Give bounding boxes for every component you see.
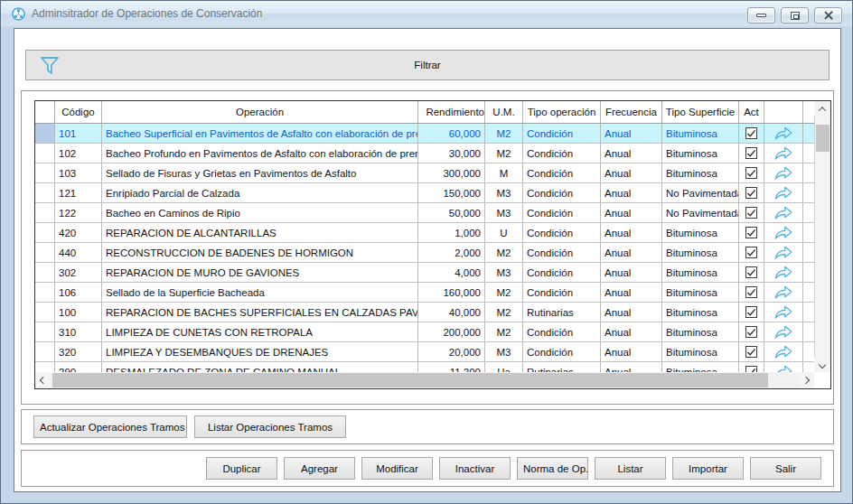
close-button[interactable] bbox=[814, 7, 842, 23]
forward-arrow-icon[interactable] bbox=[764, 163, 803, 182]
scroll-right-button[interactable] bbox=[798, 372, 814, 388]
act-checkbox[interactable] bbox=[739, 283, 764, 302]
row-selector[interactable] bbox=[35, 163, 55, 182]
modificar-button[interactable]: Modificar bbox=[361, 457, 433, 480]
row-selector[interactable] bbox=[35, 263, 55, 282]
row-selector[interactable] bbox=[35, 342, 55, 361]
checkbox-box bbox=[745, 187, 757, 199]
horizontal-scroll-thumb[interactable] bbox=[52, 373, 768, 387]
table-row[interactable]: 290DESMALEZADO DE ZONA DE CAMINO MANUAL1… bbox=[35, 362, 830, 372]
act-checkbox[interactable] bbox=[739, 163, 764, 182]
filler-cell bbox=[803, 163, 814, 182]
app-logo-icon bbox=[11, 6, 26, 22]
act-checkbox[interactable] bbox=[739, 124, 764, 143]
cell-tipo-superficie: Bituminosa bbox=[662, 342, 739, 361]
forward-arrow-icon[interactable] bbox=[764, 303, 803, 322]
filler-cell bbox=[803, 283, 814, 302]
header-tipo-superficie[interactable]: Tipo Superficie bbox=[662, 101, 739, 123]
forward-arrow-glyph bbox=[773, 285, 793, 299]
filler-cell bbox=[803, 124, 814, 143]
cell-frecuencia: Anual bbox=[601, 283, 662, 302]
act-checkbox[interactable] bbox=[739, 203, 764, 222]
table-row[interactable]: 106Sellado de la Superficie Bacheada160,… bbox=[35, 283, 830, 303]
act-checkbox[interactable] bbox=[739, 183, 764, 202]
cell-tipo-superficie: Bituminosa bbox=[662, 303, 739, 322]
inactivar-button[interactable]: Inactivar bbox=[439, 457, 511, 480]
duplicar-button[interactable]: Duplicar bbox=[206, 457, 277, 480]
cell-operacion: RECONSTRUCCION DE BADENES DE HORMIGON bbox=[102, 243, 418, 262]
scroll-up-button[interactable] bbox=[814, 101, 830, 117]
minimize-button[interactable] bbox=[747, 7, 775, 23]
act-checkbox[interactable] bbox=[739, 144, 764, 163]
header-tipo-operacion[interactable]: Tipo operación bbox=[523, 101, 601, 123]
cell-codigo: 103 bbox=[55, 163, 102, 182]
norma-de-op-button[interactable]: Norma de Op. bbox=[517, 457, 588, 480]
minimize-icon bbox=[756, 14, 766, 17]
row-selector[interactable] bbox=[35, 322, 55, 341]
row-selector[interactable] bbox=[35, 144, 55, 163]
cell-um: M2 bbox=[485, 243, 523, 262]
act-checkbox[interactable] bbox=[739, 243, 764, 262]
act-checkbox[interactable] bbox=[739, 322, 764, 341]
act-checkbox[interactable] bbox=[739, 223, 764, 242]
forward-arrow-icon[interactable] bbox=[764, 283, 803, 302]
act-checkbox[interactable] bbox=[739, 342, 764, 361]
listar-operaciones-tramos-button[interactable]: Listar Operaciones Tramos bbox=[194, 415, 346, 438]
header-rendimiento[interactable]: Rendimiento bbox=[418, 101, 485, 123]
forward-arrow-icon[interactable] bbox=[764, 243, 803, 262]
table-row[interactable]: 310LIMPIEZA DE CUNETAS CON RETROPALA200,… bbox=[35, 322, 830, 342]
row-selector[interactable] bbox=[35, 283, 55, 302]
chevron-left-icon bbox=[39, 377, 46, 384]
header-um[interactable]: U.M. bbox=[485, 101, 523, 123]
table-row[interactable]: 101Bacheo Superficial en Pavimentos de A… bbox=[35, 124, 830, 144]
forward-arrow-icon[interactable] bbox=[764, 183, 803, 202]
header-frecuencia[interactable]: Frecuencia bbox=[601, 101, 662, 123]
importar-button[interactable]: Importar bbox=[672, 457, 744, 480]
row-selector[interactable] bbox=[35, 303, 55, 322]
vertical-scroll-thumb[interactable] bbox=[816, 125, 830, 152]
row-selector[interactable] bbox=[35, 362, 55, 372]
row-selector[interactable] bbox=[35, 124, 55, 143]
vertical-scrollbar[interactable] bbox=[814, 101, 830, 372]
forward-arrow-icon[interactable] bbox=[764, 342, 803, 361]
forward-arrow-icon[interactable] bbox=[764, 124, 803, 143]
act-checkbox[interactable] bbox=[739, 362, 764, 372]
row-selector[interactable] bbox=[35, 243, 55, 262]
table-row[interactable]: 320LIMPIEZA Y DESEMBANQUES DE DRENAJES20… bbox=[35, 342, 830, 362]
header-operacion[interactable]: Operación bbox=[102, 101, 418, 123]
filter-button[interactable]: Filtrar bbox=[25, 50, 830, 80]
scroll-left-button[interactable] bbox=[35, 372, 51, 388]
forward-arrow-icon[interactable] bbox=[764, 322, 803, 341]
table-row[interactable]: 121Enripiado Parcial de Calzada150,000M3… bbox=[35, 183, 830, 203]
scroll-down-button[interactable] bbox=[814, 357, 830, 372]
row-selector[interactable] bbox=[35, 183, 55, 202]
listar-button[interactable]: Listar bbox=[595, 457, 666, 480]
table-row[interactable]: 102Bacheo Profundo en Pavimentos de Asfa… bbox=[35, 144, 830, 163]
forward-arrow-glyph bbox=[773, 365, 793, 372]
forward-arrow-icon[interactable] bbox=[764, 362, 803, 372]
forward-arrow-glyph bbox=[773, 266, 793, 279]
header-act[interactable]: Act bbox=[739, 101, 764, 123]
row-selector[interactable] bbox=[35, 223, 55, 242]
table-row[interactable]: 100REPARACION DE BACHES SUPERFICIALES EN… bbox=[35, 303, 830, 322]
table-row[interactable]: 103Sellado de Fisuras y Grietas en Pavim… bbox=[35, 163, 830, 183]
actualizar-operaciones-tramos-button[interactable]: Actualizar Operaciones Tramos bbox=[33, 415, 187, 438]
salir-button[interactable]: Salir bbox=[750, 457, 821, 480]
table-row[interactable]: 420REPARACION DE ALCANTARILLAS1,000UCond… bbox=[35, 223, 830, 243]
forward-arrow-icon[interactable] bbox=[764, 223, 803, 242]
table-row[interactable]: 440RECONSTRUCCION DE BADENES DE HORMIGON… bbox=[35, 243, 830, 263]
act-checkbox[interactable] bbox=[739, 263, 764, 282]
act-checkbox[interactable] bbox=[739, 303, 764, 322]
maximize-button[interactable] bbox=[781, 7, 809, 23]
table-row[interactable]: 302REPARACION DE MURO DE GAVIONES4,000M3… bbox=[35, 263, 830, 283]
checkbox-box bbox=[745, 207, 757, 219]
horizontal-scrollbar[interactable] bbox=[35, 372, 814, 388]
agregar-button[interactable]: Agregar bbox=[284, 457, 355, 480]
row-selector[interactable] bbox=[35, 203, 55, 222]
forward-arrow-icon[interactable] bbox=[764, 203, 803, 222]
table-row[interactable]: 122Bacheo en Caminos de Ripio50,000M3Con… bbox=[35, 203, 830, 223]
forward-arrow-icon[interactable] bbox=[764, 144, 803, 163]
cell-codigo: 302 bbox=[55, 263, 102, 282]
forward-arrow-icon[interactable] bbox=[764, 263, 803, 282]
header-codigo[interactable]: Código bbox=[55, 101, 102, 123]
